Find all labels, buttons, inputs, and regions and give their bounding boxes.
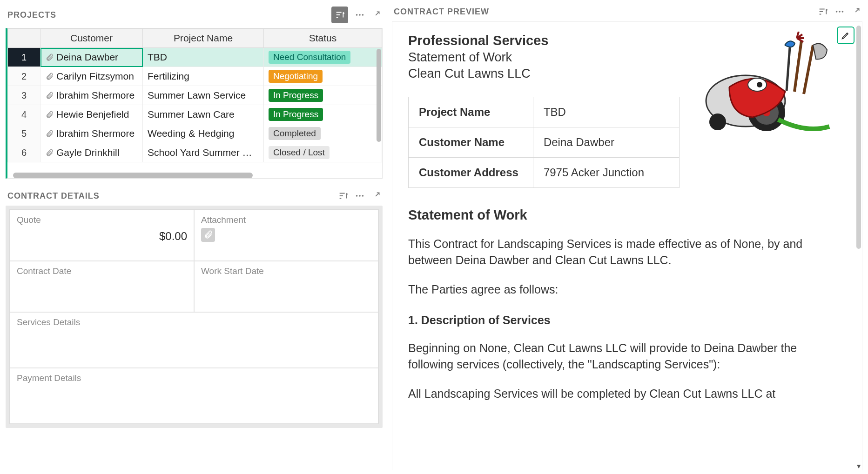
customer-cell[interactable]: Hewie Benjefield xyxy=(40,105,143,124)
paperclip-icon xyxy=(45,130,54,138)
more-button[interactable] xyxy=(355,10,365,20)
status-badge: Completed xyxy=(269,127,321,140)
status-cell[interactable]: Closed / Lost xyxy=(264,143,382,162)
customer-cell[interactable]: Gayle Drinkhill xyxy=(40,143,143,162)
svg-point-5 xyxy=(362,195,364,197)
contract-date-label: Contract Date xyxy=(17,266,187,276)
projects-panel: PROJECTS xyxy=(6,4,383,179)
info-row-address: Customer Address 7975 Acker Junction xyxy=(409,158,680,188)
work-start-cell[interactable]: Work Start Date xyxy=(194,261,378,312)
quote-value: $0.00 xyxy=(17,225,187,243)
details-filter-sort-button[interactable] xyxy=(338,191,348,201)
services-details-cell[interactable]: Services Details xyxy=(10,312,378,368)
project-name-val: TBD xyxy=(533,97,680,127)
preview-more-button[interactable] xyxy=(834,7,845,17)
expand-button[interactable] xyxy=(371,10,381,20)
paperclip-icon xyxy=(45,73,54,81)
more-icon xyxy=(355,191,365,201)
paperclip-icon xyxy=(45,53,54,62)
status-cell[interactable]: Need Consultation xyxy=(264,48,382,67)
project-name-cell[interactable]: Summer Lawn Service xyxy=(143,86,264,105)
project-name-cell[interactable]: Summer Lawn Care xyxy=(143,105,264,124)
details-more-button[interactable] xyxy=(355,191,365,201)
edit-button[interactable] xyxy=(837,27,855,44)
contract-date-cell[interactable]: Contract Date xyxy=(10,261,194,312)
row-number[interactable]: 1 xyxy=(8,48,40,67)
row-number[interactable]: 2 xyxy=(8,67,40,86)
customer-cell[interactable]: Deina Dawber xyxy=(40,48,143,67)
section-1-heading: 1. Description of Services xyxy=(408,314,846,327)
paperclip-icon xyxy=(45,111,54,119)
filter-sort-icon xyxy=(335,10,345,20)
status-badge: In Progress xyxy=(269,89,323,102)
customer-header[interactable]: Customer xyxy=(40,29,143,48)
paperclip-icon xyxy=(45,92,54,100)
paperclip-icon xyxy=(203,230,213,240)
sow-paragraph-2: The Parties agree as follows: xyxy=(408,281,820,298)
table-row[interactable]: 2Carilyn FitzsymonFertilizingNegotiating xyxy=(8,67,382,86)
quote-cell[interactable]: Quote $0.00 xyxy=(10,210,194,261)
filter-sort-button[interactable] xyxy=(331,7,348,23)
projects-grid[interactable]: Customer Project Name Status 1Deina Dawb… xyxy=(6,28,383,179)
svg-point-7 xyxy=(839,11,841,13)
row-number[interactable]: 6 xyxy=(8,143,40,162)
details-body: Quote $0.00 Attachment Contract Date Wor… xyxy=(6,206,383,428)
preview-document: Professional Services Statement of Work … xyxy=(392,21,862,470)
preview-scrollbar-vertical[interactable] xyxy=(856,26,861,249)
details-header: CONTRACT DETAILS xyxy=(6,188,383,206)
attachment-cell[interactable]: Attachment xyxy=(194,210,378,261)
project-name-cell[interactable]: Fertilizing xyxy=(143,67,264,86)
table-row[interactable]: 1Deina DawberTBDNeed Consultation xyxy=(8,48,382,67)
table-row[interactable]: 4Hewie BenjefieldSummer Lawn CareIn Prog… xyxy=(8,105,382,124)
details-actions xyxy=(338,191,381,201)
projects-scrollbar-vertical[interactable] xyxy=(377,49,381,142)
customer-cell[interactable]: Ibrahim Shermore xyxy=(40,124,143,143)
contract-details-panel: CONTRACT DETAILS xyxy=(6,188,383,428)
sow-paragraph-1: This Contract for Landscaping Services i… xyxy=(408,236,820,268)
preview-header: CONTRACT PREVIEW xyxy=(392,4,862,21)
table-row[interactable]: 5Ibrahim ShermoreWeeding & HedgingComple… xyxy=(8,124,382,143)
project-name-cell[interactable]: TBD xyxy=(143,48,264,67)
status-cell[interactable]: Negotiating xyxy=(264,67,382,86)
svg-point-1 xyxy=(359,14,361,16)
customer-name-val: Deina Dawber xyxy=(533,127,680,158)
work-start-label: Work Start Date xyxy=(201,266,371,276)
project-name-header[interactable]: Project Name xyxy=(143,29,264,48)
customer-name: Carilyn Fitzsymon xyxy=(56,71,134,81)
table-row[interactable]: 3Ibrahim ShermoreSummer Lawn ServiceIn P… xyxy=(8,86,382,105)
attachment-button[interactable] xyxy=(201,228,215,242)
status-cell[interactable]: Completed xyxy=(264,124,382,143)
svg-line-16 xyxy=(794,40,801,92)
svg-point-2 xyxy=(362,14,364,16)
preview-filter-sort-button[interactable] xyxy=(818,7,828,17)
row-number[interactable]: 3 xyxy=(8,86,40,105)
details-grid: Quote $0.00 Attachment Contract Date Wor… xyxy=(9,209,379,424)
attachment-label: Attachment xyxy=(201,215,371,225)
projects-title: PROJECTS xyxy=(7,10,56,20)
project-name-cell[interactable]: Weeding & Hedging xyxy=(143,124,264,143)
preview-title: CONTRACT PREVIEW xyxy=(394,7,489,17)
project-name-cell[interactable]: School Yard Summer … xyxy=(143,143,264,162)
scroll-down-arrow[interactable]: ▼ xyxy=(855,462,862,470)
customer-name: Deina Dawber xyxy=(56,52,118,62)
more-icon xyxy=(834,7,845,17)
rownum-header[interactable] xyxy=(8,29,40,48)
services-label: Services Details xyxy=(17,317,371,327)
payment-details-cell[interactable]: Payment Details xyxy=(10,368,378,424)
customer-cell[interactable]: Ibrahim Shermore xyxy=(40,86,143,105)
projects-actions xyxy=(331,7,381,23)
pencil-icon xyxy=(841,31,850,40)
status-cell[interactable]: In Progress xyxy=(264,86,382,105)
customer-cell[interactable]: Carilyn Fitzsymon xyxy=(40,67,143,86)
projects-table: Customer Project Name Status 1Deina Dawb… xyxy=(7,28,382,162)
row-number[interactable]: 4 xyxy=(8,105,40,124)
status-cell[interactable]: In Progress xyxy=(264,105,382,124)
row-number[interactable]: 5 xyxy=(8,124,40,143)
status-header[interactable]: Status xyxy=(264,29,382,48)
details-expand-button[interactable] xyxy=(371,191,381,200)
more-icon xyxy=(355,10,365,20)
preview-expand-button[interactable] xyxy=(851,7,861,16)
projects-scrollbar-horizontal[interactable] xyxy=(13,173,253,178)
svg-point-8 xyxy=(842,11,844,13)
table-row[interactable]: 6Gayle DrinkhillSchool Yard Summer …Clos… xyxy=(8,143,382,162)
